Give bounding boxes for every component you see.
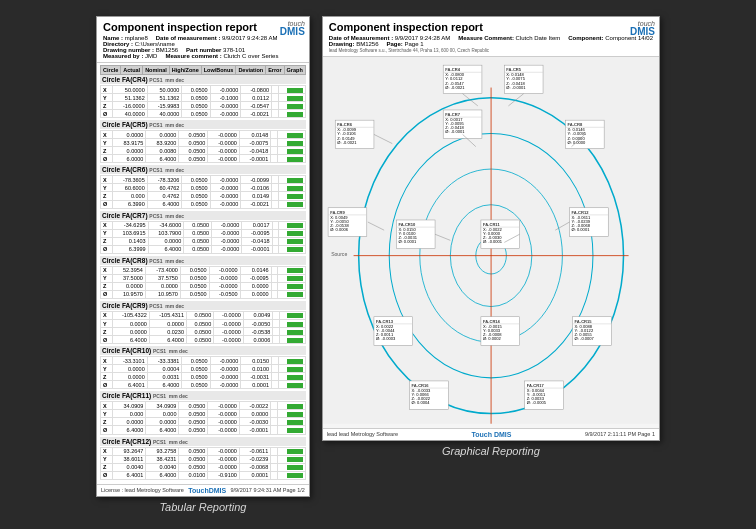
col-deviation: Deviation — [236, 66, 266, 75]
cr5-table: X0.00000.00000.0500-0.00000.0148 Y83.917… — [100, 130, 306, 163]
cr11-table: X34.090934.09090.0500-0.0000-0.0022 Y0.0… — [100, 401, 306, 434]
table-row: X-78.3605-78.32060.0500-0.0000-0.0099 — [101, 176, 306, 184]
tabular-footer-right: 9/9/2017 9:24:31 AM Page 1/2 — [230, 487, 304, 493]
svg-text:Ø: -0.0021: Ø: -0.0021 — [445, 85, 465, 90]
measure-comment-label: Measure comment : Clutch C over Series — [165, 53, 278, 59]
svg-text:Ø: 0.0001: Ø: 0.0001 — [398, 239, 417, 244]
bar-indicator — [287, 96, 303, 101]
measured-label: Measured by : JMD — [103, 53, 157, 59]
section-cr8: Circle FA(CR8) PCS1 mm dec X52.3954-73.4… — [100, 256, 306, 299]
svg-text:Ø: -0.0001: Ø: -0.0001 — [506, 85, 526, 90]
col-error: Error — [266, 66, 284, 75]
table-row: Y0.00000.00000.0500-0.0000-0.0050 — [101, 319, 306, 327]
table-row: X50.000050.00000.0500-0.0000-0.0800 — [101, 86, 306, 94]
bar-indicator — [287, 428, 303, 433]
bar-indicator — [287, 231, 303, 236]
bar-indicator — [287, 375, 303, 380]
section-cr10-title: Circle FA(CR10) PCS1 mm dec — [100, 346, 306, 355]
bar-indicator — [287, 239, 303, 244]
table-row: Ø6.40006.40000.0500-0.0000-0.0001 — [101, 426, 306, 434]
table-row: X93.264793.27580.0500-0.0000-0.0611 — [101, 447, 306, 455]
bar-indicator — [287, 186, 303, 191]
g-company: lead Metrology Software s.u., Stertrchad… — [329, 48, 653, 53]
table-row: X52.3954-73.40000.0500-0.00000.0146 — [101, 266, 306, 274]
bar-indicator — [287, 88, 303, 93]
section-cr5: Circle FA(CR5) PCS1 mm dec X0.00000.0000… — [100, 120, 306, 163]
bar-indicator — [287, 276, 303, 281]
table-row: Y0.0000.0000.0500-0.00000.0000 — [101, 410, 306, 418]
svg-text:Ø: 0.0002: Ø: 0.0002 — [483, 336, 502, 341]
bar-indicator — [287, 404, 303, 409]
col-header-table: Circle Actual Nominal High/Zone Low/Bonu… — [100, 65, 306, 75]
section-cr12-title: Circle FA(CR12) PCS1 mm dec — [100, 437, 306, 446]
graphical-logo: touch DMIS — [630, 20, 655, 37]
graphical-meta2: Drawing: BM1256 Page: Page 1 — [329, 41, 653, 47]
col-actual: Actual — [121, 66, 143, 75]
table-row: Ø6.39906.40000.0500-0.0000-0.0021 — [101, 200, 306, 208]
bar-indicator — [287, 473, 303, 478]
bar-indicator — [287, 284, 303, 289]
bar-indicator — [287, 112, 303, 117]
table-row: Ø6.00006.40000.0500-0.0000-0.0001 — [101, 155, 306, 163]
svg-text:Ø: 0.0001: Ø: 0.0001 — [571, 227, 590, 232]
bar-indicator — [287, 330, 303, 335]
section-cr9: Circle FA(CR9) PCS1 mm dec X-105.4322-10… — [100, 301, 306, 344]
table-row: Ø6.40016.40000.0500-0.00000.0001 — [101, 381, 306, 389]
svg-text:Ø: -0.0001: Ø: -0.0001 — [445, 129, 465, 134]
bar-indicator — [287, 465, 303, 470]
bar-indicator — [287, 268, 303, 273]
g-page: Page: Page 1 — [387, 41, 424, 47]
tabular-caption: Tabular Reporting — [159, 501, 246, 513]
bar-indicator — [287, 338, 303, 343]
graphical-report-panel: Component inspection report Date of Meas… — [322, 16, 660, 441]
table-row: Z0.00000.00310.0500-0.0000-0.0031 — [101, 373, 306, 381]
bar-indicator — [287, 157, 303, 162]
table-row: Y83.917583.92000.0500-0.0000-0.0075 — [101, 139, 306, 147]
section-cr7: Circle FA(CR7) PCS1 mm dec X-34.6295-34.… — [100, 211, 306, 254]
svg-text:Ø: 0.0006: Ø: 0.0006 — [330, 227, 349, 232]
bar-indicator — [287, 247, 303, 252]
bar-indicator — [287, 420, 303, 425]
table-row: X0.00000.00000.0500-0.00000.0148 — [101, 131, 306, 139]
bar-indicator — [287, 449, 303, 454]
bar-indicator — [287, 104, 303, 109]
tabular-title: Component inspection report — [103, 21, 278, 33]
tabular-footer: License : lead Metrology Software TouchD… — [97, 484, 309, 496]
table-row: Y60.600060.47620.0500-0.0000-0.0106 — [101, 184, 306, 192]
svg-text:Ø: -0.0001: Ø: -0.0001 — [483, 239, 503, 244]
section-cr4: Circle FA(CR4) PCS1 mm dec X50.000050.00… — [100, 75, 306, 118]
g-drawing: Drawing: BM1256 — [329, 41, 379, 47]
tabular-report-panel: Component inspection report Name : mplan… — [96, 16, 310, 497]
table-row: X34.090934.09090.0500-0.0000-0.0022 — [101, 402, 306, 410]
section-cr10: Circle FA(CR10) PCS1 mm dec X-33.3101-33… — [100, 346, 306, 389]
bar-indicator — [287, 457, 303, 462]
cr8-table: X52.3954-73.40000.0500-0.00000.0146 Y37.… — [100, 266, 306, 299]
table-row: Y0.00000.00040.0500-0.00000.0100 — [101, 365, 306, 373]
table-row: Z0.00000.00000.0500-0.0000-0.0030 — [101, 418, 306, 426]
graphical-header: Component inspection report Date of Meas… — [323, 17, 659, 57]
tabular-footer-logo: TouchDMIS — [188, 487, 226, 494]
col-graph: Graph — [284, 66, 305, 75]
bar-indicator — [287, 149, 303, 154]
graphical-title: Component inspection report — [329, 21, 653, 33]
cr12-table: X93.264793.27580.0500-0.0000-0.0611 Y38.… — [100, 447, 306, 480]
bar-indicator — [287, 141, 303, 146]
bar-indicator — [287, 194, 303, 199]
table-row: X-34.6295-34.60000.0500-0.00000.0017 — [101, 221, 306, 229]
table-row: Ø6.39996.40000.0500-0.0000-0.0001 — [101, 245, 306, 253]
graphical-footer: lead lead Metrology Software Touch DMIS … — [323, 428, 659, 440]
graphical-content-area: FA-CR4 X: -0.0800 Y: 0.0112 Z: -0.0547 Ø… — [323, 57, 659, 428]
table-row: Z-16.0000-15.99830.0500-0.0000-0.0547 — [101, 102, 306, 110]
bar-indicator — [287, 367, 303, 372]
bar-indicator — [287, 223, 303, 228]
bar-indicator — [287, 383, 303, 388]
cr4-table: X50.000050.00000.0500-0.0000-0.0800 Y51.… — [100, 85, 306, 118]
table-row: Z0.0000.47620.0500-0.00000.0149 — [101, 192, 306, 200]
cr6-table: X-78.3605-78.32060.0500-0.0000-0.0099 Y6… — [100, 175, 306, 208]
section-cr4-title: Circle FA(CR4) PCS1 mm dec — [100, 75, 306, 84]
tabular-header: Component inspection report Name : mplan… — [97, 17, 309, 63]
bar-indicator — [287, 313, 303, 318]
tabular-content: Circle Actual Nominal High/Zone Low/Bonu… — [97, 63, 309, 484]
g-dmis-text: DMIS — [630, 27, 655, 37]
table-row: Z0.00000.00800.0500-0.0000-0.0418 — [101, 147, 306, 155]
